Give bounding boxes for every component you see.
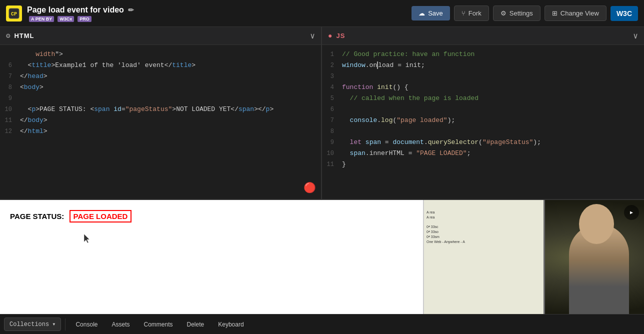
code-line: 6 <title>Example1 of the 'load' event</t… (0, 60, 321, 71)
whiteboard-text: A rea A rea 0⁴ 33sc 0⁴ 33so 0⁴ 33sm One … (426, 210, 541, 244)
author-label: A PEN BY W3Cx PRO (27, 16, 412, 22)
code-line: 11 } (322, 159, 644, 170)
mouse-cursor (84, 234, 90, 243)
w3c-button[interactable]: W3C (610, 6, 638, 21)
divider (65, 318, 66, 330)
html-panel-title: HTML (14, 32, 34, 40)
code-line: 10 <p>PAGE STATUS: <span id="pageStatus"… (0, 104, 321, 115)
code-line: 4 function init() { (322, 82, 644, 93)
code-line: 8 (322, 126, 644, 137)
comments-button[interactable]: Comments (138, 318, 179, 330)
view-icon: ⊞ (552, 10, 558, 17)
pro-badge: PRO (78, 16, 92, 22)
svg-text:CP: CP (11, 12, 17, 17)
video-panel: A rea A rea 0⁴ 33sc 0⁴ 33so 0⁴ 33sm One … (424, 200, 644, 314)
assets-button[interactable]: Assets (106, 318, 136, 330)
video-frame: A rea A rea 0⁴ 33sc 0⁴ 33so 0⁴ 33sm One … (424, 200, 644, 314)
keyboard-button[interactable]: Keyboard (212, 318, 250, 330)
title-text: Page load event for video (27, 6, 124, 14)
collections-dropdown[interactable]: Collections ▾ (4, 318, 61, 331)
code-line: 1 // Good practice: have an function (322, 49, 644, 60)
save-icon: ☁ (418, 10, 425, 17)
header-actions: ☁ Save ⑂ Fork ⚙ Settings ⊞ Change View W… (412, 6, 638, 21)
page-loaded-badge: PAGE LOADED (70, 210, 132, 222)
page-status-label: PAGE STATUS: (10, 212, 64, 220)
code-line: 2 window.onload = init; (322, 60, 644, 71)
code-line: 7 </head> (0, 71, 321, 82)
html-code-area[interactable]: width"> 6 <title>Example1 of the 'load' … (0, 45, 321, 199)
code-line: 10 span.innerHTML = "PAGE LOADED"; (322, 148, 644, 159)
person-head (579, 204, 614, 244)
play-cursor: ▶ (624, 205, 639, 220)
preview-panel: PAGE STATUS: PAGE LOADED (0, 200, 424, 314)
css-panel-icon: ● (328, 32, 332, 40)
css-panel-header: ● JS ∨ (322, 27, 644, 45)
footer-toolbar: Collections ▾ Console Assets Comments De… (0, 314, 644, 334)
collections-label: Collections (10, 321, 49, 328)
bottom-area: PAGE STATUS: PAGE LOADED A rea A rea 0⁴ … (0, 199, 644, 314)
css-panel: ● JS ∨ 1 // Good practice: have an funct… (322, 27, 644, 199)
collapse-css-button[interactable]: ∨ (633, 31, 638, 41)
editor-area: ⚙ HTML ∨ width"> 6 <title>Example1 of th… (0, 27, 644, 199)
code-line: 11 </body> (0, 115, 321, 126)
page-title: Page load event for video ✏ (27, 6, 412, 14)
css-panel-title: JS (336, 32, 345, 40)
code-line: 7 console.log("page loaded"); (322, 115, 644, 126)
save-button[interactable]: ☁ Save (412, 6, 450, 20)
html-panel-header: ⚙ HTML ∨ (0, 27, 321, 45)
code-line: 12 </html> (0, 126, 321, 137)
code-line: 9 (0, 93, 321, 104)
settings-icon-html[interactable]: ⚙ (6, 32, 10, 40)
delete-button[interactable]: Delete (181, 318, 210, 330)
console-button[interactable]: Console (70, 318, 104, 330)
edit-icon[interactable]: ✏ (128, 6, 134, 14)
html-panel: ⚙ HTML ∨ width"> 6 <title>Example1 of th… (0, 27, 322, 199)
code-line: width"> (0, 49, 321, 60)
dropdown-chevron-icon: ▾ (52, 320, 56, 328)
fork-button[interactable]: ⑂ Fork (454, 6, 489, 21)
app-logo: CP (6, 6, 22, 22)
code-line: 6 (322, 104, 644, 115)
gear-icon: ⚙ (500, 10, 506, 17)
settings-button[interactable]: ⚙ Settings (493, 6, 540, 21)
code-line: 5 // called when the page is loaded (322, 93, 644, 104)
header: CP Page load event for video ✏ A PEN BY … (0, 0, 644, 27)
js-code-area[interactable]: 1 // Good practice: have an function 2 w… (322, 45, 644, 199)
code-line: 9 let span = document.querySelector("#pa… (322, 137, 644, 148)
change-view-button[interactable]: ⊞ Change View (544, 6, 606, 21)
collapse-html-button[interactable]: ∨ (310, 31, 315, 41)
whiteboard: A rea A rea 0⁴ 33sc 0⁴ 33so 0⁴ 33sm One … (424, 200, 545, 314)
code-line: 8 <body> (0, 82, 321, 93)
fork-icon: ⑂ (462, 10, 466, 17)
code-line: 3 (322, 71, 644, 82)
error-badge: 🔴 (304, 182, 316, 194)
title-area: Page load event for video ✏ A PEN BY W3C… (27, 6, 412, 22)
